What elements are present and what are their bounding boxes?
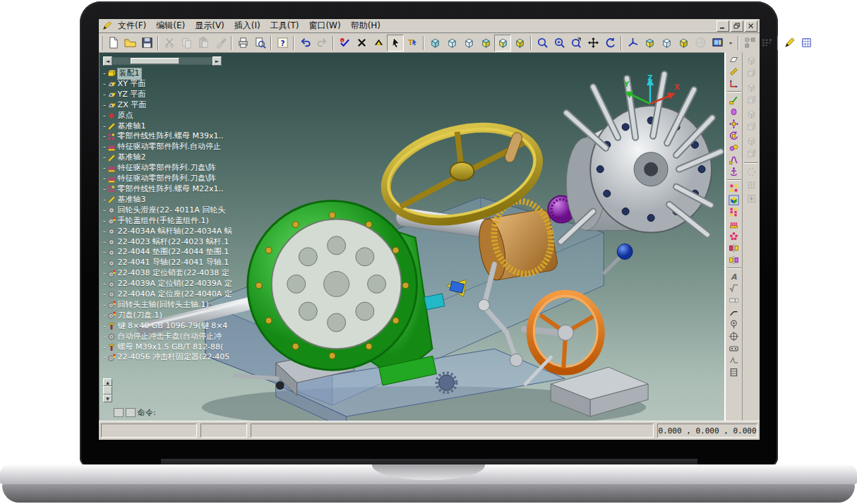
minimize-button[interactable] xyxy=(717,20,729,32)
view-side-button[interactable] xyxy=(675,35,692,52)
display-no-shade-button[interactable] xyxy=(460,35,477,52)
tree-item-23[interactable]: 刀盘(刀盘.1) xyxy=(103,311,232,321)
command-history-icon[interactable] xyxy=(114,408,124,417)
help-button[interactable]: ? xyxy=(274,35,291,52)
redo-button[interactable] xyxy=(313,35,330,52)
flip-direction-button[interactable] xyxy=(370,35,387,52)
tree-item-4[interactable]: 原点 xyxy=(103,111,232,121)
insert-component-button[interactable] xyxy=(726,106,742,118)
view-isometric-button[interactable] xyxy=(641,35,658,52)
scroll-left-arrow-icon[interactable]: ◄ xyxy=(103,56,112,66)
cancel-button[interactable] xyxy=(353,35,370,52)
save-button[interactable] xyxy=(138,35,155,52)
rotate-view-button[interactable] xyxy=(601,35,618,52)
scroll-up-arrow-icon[interactable]: ▲ xyxy=(103,378,112,386)
select-button[interactable] xyxy=(387,35,404,52)
command-options-icon[interactable] xyxy=(126,408,136,417)
feature-frame-button[interactable] xyxy=(726,342,742,354)
tree-item-19[interactable]: 22-4038 定位销套(22-4038 定 xyxy=(103,268,232,279)
sequence-button[interactable] xyxy=(758,35,775,52)
tree-item-3[interactable]: ZX 平面 xyxy=(103,100,232,111)
view-manager-dropdown-button[interactable] xyxy=(726,35,736,52)
solid-tool-5-button[interactable] xyxy=(743,107,760,121)
tree-item-10[interactable]: 特征驱动零部件阵列.刀盘\阵 xyxy=(103,174,232,184)
assembly-view-button[interactable] xyxy=(726,194,742,206)
scrollbar-thumb[interactable] xyxy=(131,58,179,64)
copy-button[interactable] xyxy=(178,35,195,52)
route-path-button[interactable] xyxy=(726,154,742,166)
tree-item-5[interactable]: 基准轴1 xyxy=(103,121,232,132)
pan-button[interactable] xyxy=(585,35,601,52)
print-button[interactable] xyxy=(234,35,251,52)
new-button[interactable] xyxy=(104,35,121,52)
tree-item-24[interactable]: 键 8×40 GB 1096-79(键 8×4 xyxy=(103,321,232,332)
rotate-component-button[interactable] xyxy=(726,130,742,142)
zoom-button[interactable] xyxy=(534,35,551,52)
tree-item-15[interactable]: 22-4034A 蜗杆轴(22-4034A 蜗 xyxy=(103,227,232,237)
pattern-matrix-button[interactable] xyxy=(726,206,742,218)
sketch-button[interactable] xyxy=(726,78,742,90)
tree-item-22[interactable]: 回转头主轴(回转头主轴.1) xyxy=(103,300,232,311)
tree-item-7[interactable]: 特征驱动零部件阵列.自动停止 xyxy=(103,142,232,152)
pattern-feature-button[interactable] xyxy=(726,218,742,230)
text-note-button[interactable]: A xyxy=(726,270,742,282)
select-filter-button[interactable]: T xyxy=(404,35,421,52)
display-hidden-line-button[interactable] xyxy=(443,35,460,52)
axis-triad-button[interactable] xyxy=(624,35,641,52)
print-preview-button[interactable] xyxy=(251,35,268,52)
dimension-button[interactable] xyxy=(726,294,742,306)
menu-item-7[interactable]: 帮助(H) xyxy=(346,20,385,32)
solid-tool-3-button[interactable] xyxy=(743,80,760,94)
menu-item-3[interactable]: 显示(V) xyxy=(190,20,229,32)
command-prompt[interactable]: 命令: xyxy=(138,407,156,418)
close-button[interactable] xyxy=(745,20,757,32)
pattern-circular-2-button[interactable] xyxy=(743,165,760,179)
relation-tree-button[interactable] xyxy=(741,35,758,52)
menu-item-4[interactable]: 插入(I) xyxy=(229,20,265,32)
measure-button[interactable] xyxy=(726,282,742,294)
tree-item-13[interactable]: 回轮头滑座(22- 4011A 回轮头 xyxy=(103,205,232,216)
tree-item-18[interactable]: 22-4041 导轴(22-4041 导轴.1 xyxy=(103,258,232,268)
paste-button[interactable] xyxy=(195,35,212,52)
tree-horizontal-scrollbar[interactable]: ◄ ► xyxy=(103,57,222,65)
tree-item-16[interactable]: 22-4023 蜗杆(22-4023 蜗杆.1 xyxy=(103,237,232,248)
tree-item-6[interactable]: 零部件线性阵列.螺母 M39x1.. xyxy=(103,131,232,142)
anchor-component-button[interactable] xyxy=(726,166,742,178)
confirm-button[interactable] xyxy=(336,35,353,52)
leader-note-button[interactable] xyxy=(726,306,742,318)
solid-tool-6-button[interactable] xyxy=(743,121,760,134)
datum-axis-button[interactable] xyxy=(726,66,742,78)
3d-viewport[interactable]: Z Y X ◄ ► 装配1XY 平面YZ 平面ZX 平面原点基准轴1零部件线性阵… xyxy=(99,52,725,421)
tree-item-27[interactable]: 22-4056 冲击杆固定器(22-405 xyxy=(103,352,232,363)
scroll-right-arrow-icon[interactable]: ► xyxy=(212,56,222,66)
mate-components-button[interactable] xyxy=(726,142,742,154)
cut-button[interactable] xyxy=(161,35,178,52)
tree-item-14[interactable]: 手轮盖组件(手轮盖组件.1) xyxy=(103,216,232,227)
frame-note-button[interactable] xyxy=(726,366,742,378)
menu-item-1[interactable]: 文件(F) xyxy=(113,20,151,32)
balloon-button[interactable] xyxy=(726,318,742,330)
solid-tool-2-button[interactable] xyxy=(743,67,760,80)
mirror-component-button[interactable] xyxy=(726,242,742,254)
toolbar-grip[interactable] xyxy=(101,36,102,50)
menu-item-2[interactable]: 编辑(E) xyxy=(151,20,190,32)
scroll-down-arrow-icon[interactable]: ▼ xyxy=(103,395,112,402)
solid-tool-4-button[interactable] xyxy=(743,94,760,107)
annotate-pen-button[interactable] xyxy=(781,35,798,52)
tree-item-9[interactable]: 特征驱动零部件阵列.刀盘\阵 xyxy=(103,163,232,174)
restore-button[interactable] xyxy=(731,20,743,32)
tree-item-26[interactable]: 螺母 M39x1.5 GB/T 812-88( xyxy=(103,342,232,353)
feature-generate-button[interactable] xyxy=(726,94,742,106)
tree-item-21[interactable]: 22-4040A 定位座(22-4040A 定 xyxy=(103,289,232,300)
pattern-linear-button[interactable] xyxy=(726,182,742,194)
move-component-button[interactable] xyxy=(726,118,742,130)
tree-vertical-scrollbar[interactable]: ▲ ▼ xyxy=(103,378,111,402)
view-manager-button[interactable] xyxy=(709,35,726,52)
solid-tool-8-button[interactable] xyxy=(743,148,760,161)
display-shaded-button[interactable] xyxy=(494,35,511,52)
mirror-assembly-button[interactable] xyxy=(726,254,742,266)
view-front-button[interactable] xyxy=(658,35,675,52)
tree-item-20[interactable]: 22-4039A 定位销(22-4039A 定 xyxy=(103,279,232,289)
display-wireframe-button[interactable] xyxy=(426,35,443,52)
pattern-grid-button[interactable] xyxy=(743,179,760,192)
